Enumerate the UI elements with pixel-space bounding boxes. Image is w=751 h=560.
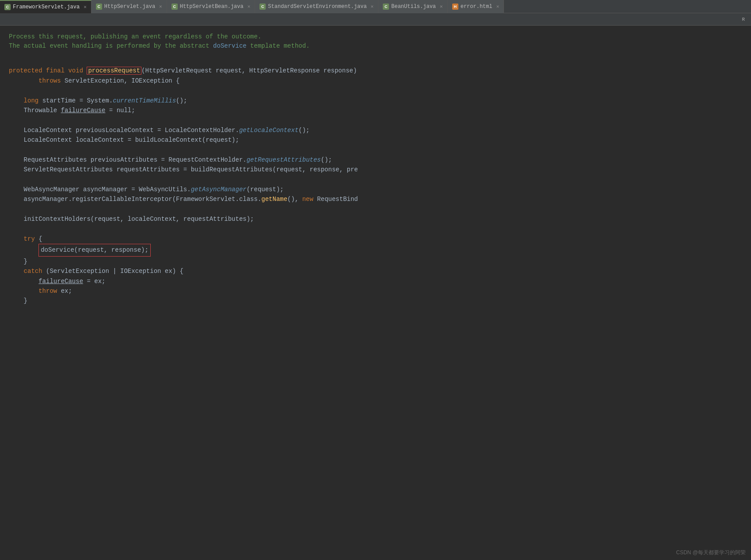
- tab-label-errorhtml: error.html: [461, 4, 492, 10]
- tab-close-httpservletbean[interactable]: ✕: [248, 4, 251, 9]
- toolbar-right-label: R: [739, 16, 747, 23]
- tab-standardservletenvironment[interactable]: C StandardServletEnvironment.java ✕: [255, 0, 378, 13]
- tab-close-beanutils[interactable]: ✕: [440, 4, 443, 9]
- tab-label-httpservlet: HttpServlet.java: [104, 4, 155, 10]
- keyword-catch: catch: [24, 268, 42, 275]
- tab-httpservletbean[interactable]: C HttpServletBean.java ✕: [167, 0, 255, 13]
- method-getlocalecontext: getLocaleContext: [239, 127, 298, 134]
- java-file-icon-4: C: [259, 4, 266, 10]
- variable-failurecause-2: failureCause: [38, 278, 83, 285]
- java-file-icon-5: C: [383, 4, 389, 10]
- tab-label-httpservletbean: HttpServletBean.java: [180, 4, 244, 10]
- keyword-final: final: [46, 67, 65, 74]
- comment-line-2: The actual event handling is performed b…: [9, 42, 742, 51]
- editor-area[interactable]: Process this request, publishing an even…: [0, 26, 751, 560]
- tab-label-beanutils: BeanUtils.java: [391, 4, 436, 10]
- toolbar: R: [0, 13, 751, 26]
- comment-line-1: Process this request, publishing an even…: [9, 32, 742, 42]
- comment-block: Process this request, publishing an even…: [9, 32, 742, 51]
- watermark: CSDN @每天都要学习的阿荣: [676, 549, 746, 556]
- keyword-throws: throws: [38, 77, 61, 84]
- method-processrequest: processRequest: [87, 67, 141, 75]
- keyword-throw: throw: [38, 288, 57, 295]
- tab-close-errorhtml[interactable]: ✕: [496, 4, 499, 9]
- tab-close-standardservletenvironment[interactable]: ✕: [371, 4, 374, 9]
- keyword-new: new: [302, 196, 313, 203]
- tab-label-standardservletenvironment: StandardServletEnvironment.java: [268, 4, 366, 10]
- html-file-icon: H: [452, 4, 458, 10]
- java-file-icon: C: [4, 4, 11, 10]
- tab-beanutils[interactable]: C BeanUtils.java ✕: [378, 0, 447, 13]
- code-block[interactable]: protected final void processRequest(Http…: [9, 56, 742, 316]
- tab-label-frameworkservlet: FrameworkServlet.java: [13, 4, 80, 10]
- keyword-void: void: [68, 67, 83, 74]
- tab-bar: C FrameworkServlet.java ✕ C HttpServlet.…: [0, 0, 751, 13]
- tab-close-httpservlet[interactable]: ✕: [159, 4, 162, 9]
- method-getrequestattributes: getRequestAttributes: [247, 156, 321, 163]
- method-currenttimemillis: currentTimeMillis: [113, 97, 176, 104]
- tab-httpservlet[interactable]: C HttpServlet.java ✕: [91, 0, 167, 13]
- tab-errorhtml[interactable]: H error.html ✕: [448, 0, 504, 13]
- method-doservice-highlighted: doService(request, response);: [38, 244, 151, 256]
- variable-failurecause-1: failureCause: [61, 107, 106, 114]
- method-getasyncmanager: getAsyncManager: [191, 186, 247, 193]
- keyword-try: try: [24, 235, 35, 242]
- tab-frameworkservlet[interactable]: C FrameworkServlet.java ✕: [0, 0, 91, 13]
- java-file-icon-3: C: [172, 4, 178, 10]
- tab-close-frameworkservlet[interactable]: ✕: [84, 4, 87, 10]
- keyword-long: long: [24, 97, 39, 104]
- java-file-icon-2: C: [96, 4, 102, 10]
- keyword-protected: protected: [9, 67, 42, 74]
- method-getname: getName: [261, 196, 287, 203]
